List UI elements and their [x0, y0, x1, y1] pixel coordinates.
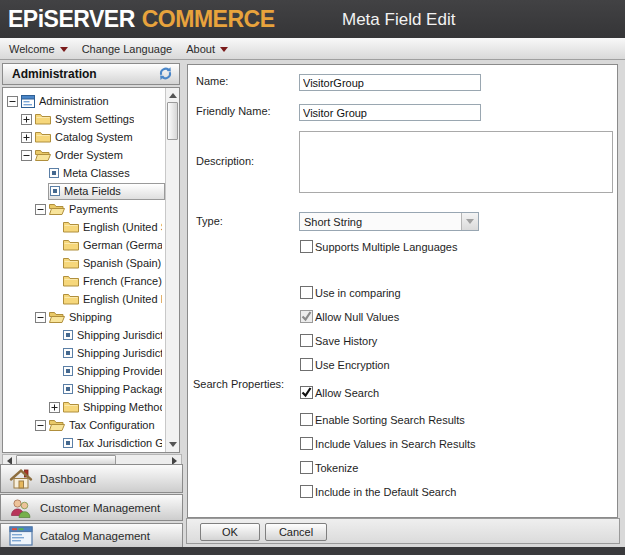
- tree-item-french-france[interactable]: French (France): [49, 272, 165, 290]
- checkbox-use-encryption[interactable]: [300, 358, 313, 371]
- tree-item-body: English (United Sta: [62, 219, 165, 236]
- checkbox-allow-search[interactable]: [300, 386, 313, 399]
- checkbox-row-include-values-in-search-results: Include Values in Search Results: [300, 437, 476, 450]
- type-select[interactable]: Short String: [299, 212, 479, 231]
- refresh-icon[interactable]: [158, 66, 173, 83]
- tree-item-body: Administration: [20, 93, 165, 110]
- sidebar: Administration AdministrationSystem Sett…: [0, 60, 184, 555]
- tree-item-label: Shipping Providers: [77, 365, 162, 377]
- tree-item-payments[interactable]: Payments: [35, 200, 165, 218]
- folder-icon: [63, 239, 79, 251]
- tree-item-label: Tax Configuration: [69, 419, 155, 431]
- scroll-down-icon[interactable]: [169, 442, 177, 447]
- expand-icon[interactable]: [21, 114, 34, 125]
- checkbox-label: Include Values in Search Results: [315, 438, 476, 450]
- tree-item-label: German (Germany: [83, 239, 162, 251]
- checkbox-label: Enable Sorting Search Results: [315, 414, 465, 426]
- tree-item-catalog-system[interactable]: Catalog System: [21, 128, 165, 146]
- menu-item-label: About: [186, 43, 215, 55]
- tree-item-shipping-providers[interactable]: Shipping Providers: [49, 362, 165, 380]
- select-dropdown-button[interactable]: [461, 213, 478, 230]
- tree-item-label: French (France): [83, 275, 162, 287]
- leaf-icon: [63, 348, 73, 358]
- tree-item-administration[interactable]: Administration: [7, 92, 165, 110]
- form-footer: OK Cancel: [186, 518, 620, 544]
- folder-icon: [63, 293, 79, 305]
- menu-item-change-language[interactable]: Change Language: [75, 38, 180, 59]
- checkbox-use-in-comparing[interactable]: [300, 286, 313, 299]
- tree-item-shipping[interactable]: Shipping: [35, 308, 165, 326]
- sidebar-panel-label: Catalog Management: [40, 530, 150, 542]
- tree-item-tax-configuration[interactable]: Tax Configuration: [35, 416, 165, 434]
- tree-item-label: Meta Classes: [63, 167, 130, 179]
- tree-item-body: Order System: [34, 147, 165, 164]
- tree-item-body: Payments: [48, 201, 165, 218]
- tree-item-body: Shipping Methods: [62, 399, 165, 416]
- description-textarea[interactable]: [299, 131, 613, 193]
- menu-item-about[interactable]: About: [179, 38, 235, 59]
- checkbox-enable-sorting-search-results[interactable]: [300, 413, 313, 426]
- tree-item-shipping-packages[interactable]: Shipping Packages: [49, 380, 165, 398]
- tree-item-shipping-jurisdicti[interactable]: Shipping Jurisdicti: [49, 326, 165, 344]
- checkbox-label: Include in the Default Search: [315, 486, 456, 498]
- tree-item-english-united-kin[interactable]: English (United Kin: [49, 290, 165, 308]
- checkbox-tokenize[interactable]: [300, 461, 313, 474]
- folder-icon: [63, 401, 79, 413]
- tree-item-order-system[interactable]: Order System: [21, 146, 165, 164]
- checkbox-include-in-the-default-search[interactable]: [300, 485, 313, 498]
- collapse-icon[interactable]: [35, 312, 48, 323]
- tree-item-tax-jurisdiction-gr[interactable]: Tax Jurisdiction Gr: [49, 434, 165, 452]
- dropdown-arrow-icon: [60, 47, 68, 52]
- leaf-icon: [49, 168, 59, 178]
- tree-item-shipping-jurisdicti[interactable]: Shipping Jurisdicti: [49, 344, 165, 362]
- checkbox-supports-multiple-languages[interactable]: [300, 240, 313, 253]
- tree-item-body: System Settings: [34, 111, 165, 128]
- checkbox-row-save-history: Save History: [300, 334, 377, 347]
- tree-item-shipping-methods[interactable]: Shipping Methods: [49, 398, 165, 416]
- tree-item-german-germany[interactable]: German (Germany: [49, 236, 165, 254]
- cancel-button[interactable]: Cancel: [265, 523, 327, 541]
- tree-item-label: Shipping Jurisdicti: [77, 329, 162, 341]
- collapse-icon[interactable]: [35, 204, 48, 215]
- checkbox-save-history[interactable]: [300, 334, 313, 347]
- tree-item-label: Spanish (Spain): [83, 257, 161, 269]
- tree-item-meta-fields[interactable]: Meta Fields: [35, 182, 165, 200]
- scroll-up-icon[interactable]: [169, 93, 177, 98]
- folder-icon: [35, 113, 51, 125]
- navigation-tree: AdministrationSystem SettingsCatalog Sys…: [2, 87, 180, 453]
- checkbox-allow-null-values[interactable]: [300, 310, 313, 323]
- type-label: Type:: [196, 215, 223, 227]
- menu-item-welcome[interactable]: Welcome: [2, 38, 75, 59]
- tree-item-body: French (France): [62, 273, 165, 290]
- tree-item-meta-classes[interactable]: Meta Classes: [35, 164, 165, 182]
- sidebar-panel-dashboard[interactable]: Dashboard: [0, 464, 183, 493]
- sidebar-panel-customer-management[interactable]: Customer Management: [0, 494, 183, 521]
- folder-open-icon: [35, 149, 51, 161]
- tree-item-label: Administration: [39, 95, 109, 107]
- home-icon: [9, 467, 33, 491]
- collapse-icon[interactable]: [35, 420, 48, 431]
- leaf-icon: [50, 186, 60, 196]
- ok-button[interactable]: OK: [200, 523, 260, 541]
- tree-item-english-united-sta[interactable]: English (United Sta: [49, 218, 165, 236]
- collapse-icon[interactable]: [7, 96, 20, 107]
- vertical-scroll-thumb[interactable]: [167, 102, 178, 140]
- folder-icon: [63, 221, 79, 233]
- checkbox-include-values-in-search-results[interactable]: [300, 437, 313, 450]
- collapse-icon[interactable]: [21, 150, 34, 161]
- tree-item-body: English (United Kin: [62, 291, 165, 308]
- tree-item-label: Shipping Packages: [77, 383, 162, 395]
- tree-item-label: Order System: [55, 149, 123, 161]
- tree-vertical-scrollbar[interactable]: [165, 88, 179, 452]
- name-input[interactable]: [299, 74, 481, 91]
- tree-item-spanish-spain[interactable]: Spanish (Spain): [49, 254, 165, 272]
- people-icon: [9, 496, 33, 520]
- sidebar-panel-catalog-management[interactable]: Catalog Management: [0, 523, 183, 549]
- friendly-name-input[interactable]: [299, 104, 481, 121]
- expand-icon[interactable]: [49, 402, 62, 413]
- expand-icon[interactable]: [21, 132, 34, 143]
- checkbox-label: Save History: [315, 335, 377, 347]
- tree-item-system-settings[interactable]: System Settings: [21, 110, 165, 128]
- chevron-down-icon: [466, 219, 474, 224]
- tree-item-label: English (United Sta: [83, 221, 162, 233]
